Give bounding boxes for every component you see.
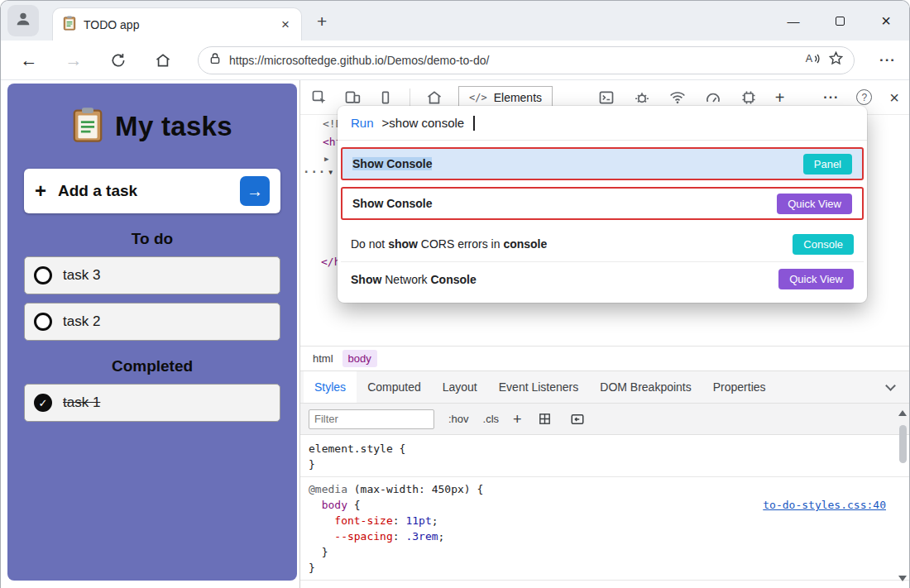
tab-dom-breakpoints[interactable]: DOM Breakpoints <box>589 371 702 403</box>
new-tab-button[interactable]: + <box>317 12 327 30</box>
scroll-down-icon[interactable] <box>898 576 907 581</box>
tab-strip: TODO app × + — × <box>1 1 909 41</box>
tab-properties[interactable]: Properties <box>702 371 777 403</box>
radio-icon[interactable] <box>34 266 52 284</box>
inspect-element-icon[interactable] <box>310 88 328 107</box>
read-aloud-icon[interactable]: A <box>804 50 821 70</box>
css-code-line: } <box>309 457 909 472</box>
css-token: { <box>471 483 484 495</box>
palette-result-badge[interactable]: Quick View <box>777 194 852 214</box>
palette-result-row[interactable]: Show Network ConsoleQuick View <box>341 261 864 296</box>
palette-result-badge[interactable]: Quick View <box>778 269 854 289</box>
overflow-dots-icon[interactable]: ··· <box>303 166 326 178</box>
tab-layout[interactable]: Layout <box>432 371 488 403</box>
computed-sidebar-toggle-icon[interactable] <box>568 410 587 428</box>
palette-result-badge[interactable]: Console <box>793 234 854 255</box>
refresh-button[interactable] <box>108 50 128 70</box>
forward-button[interactable]: → <box>64 50 84 70</box>
device-emulation-icon[interactable] <box>343 88 362 107</box>
section-label: To do <box>7 230 297 248</box>
debugger-bug-icon[interactable] <box>633 88 651 107</box>
tab-overflow-button[interactable] <box>887 371 894 403</box>
expand-down-icon[interactable]: ▼ <box>328 169 333 176</box>
new-style-rule-button[interactable]: + <box>513 412 522 427</box>
palette-result-row[interactable]: Do not show CORS errors in consoleConsol… <box>341 227 864 261</box>
run-label: Run <box>351 116 374 130</box>
css-code-segments: } <box>309 560 315 576</box>
performance-gauge-icon[interactable] <box>704 88 722 107</box>
network-wifi-icon[interactable] <box>668 88 687 107</box>
help-icon[interactable]: ? <box>856 89 872 105</box>
css-token: font-size <box>309 514 393 527</box>
css-source-link[interactable]: to-do-styles.css:40 <box>763 497 886 513</box>
window-close-button[interactable]: × <box>863 1 909 41</box>
breadcrumb-item-body[interactable]: body <box>342 350 377 367</box>
css-token: ; <box>432 514 438 527</box>
add-task-form[interactable]: + Add a task → <box>24 169 280 213</box>
palette-result-text: Show Network Console <box>351 273 477 286</box>
welcome-tab-home-icon[interactable] <box>425 88 443 107</box>
tab-styles[interactable]: Styles <box>304 371 357 403</box>
todo-heading: My tasks <box>7 107 297 146</box>
grid-overlay-icon[interactable] <box>536 410 554 428</box>
palette-result-row[interactable]: Show ConsolePanel <box>341 147 864 180</box>
browser-tab[interactable]: TODO app × <box>52 7 302 41</box>
tab-event-listeners[interactable]: Event Listeners <box>488 371 590 403</box>
styles-scrollbar[interactable] <box>898 410 908 581</box>
scroll-up-icon[interactable] <box>898 410 907 416</box>
command-query-text[interactable]: >show console <box>382 116 465 130</box>
css-token: : <box>393 530 406 543</box>
devtools-close-button[interactable]: × <box>889 89 899 106</box>
expand-arrow-icon[interactable]: ▶ <box>324 155 328 163</box>
css-token: element.style <box>309 442 393 455</box>
minimize-button[interactable]: — <box>770 1 817 41</box>
profile-icon <box>14 10 32 31</box>
tab-computed[interactable]: Computed <box>357 371 432 403</box>
add-task-submit-button[interactable]: → <box>240 176 270 206</box>
command-palette: Run >show console Show ConsolePanelShow … <box>338 106 867 303</box>
memory-chip-icon[interactable] <box>740 88 758 107</box>
command-input-row[interactable]: Run >show console <box>338 106 867 141</box>
rule-divider <box>300 476 909 477</box>
maximize-button[interactable] <box>817 1 863 41</box>
profile-button[interactable] <box>7 5 39 36</box>
back-button[interactable]: ← <box>19 50 39 70</box>
palette-result-badge[interactable]: Panel <box>803 154 852 174</box>
devtools-more-menu-button[interactable]: ··· <box>823 90 839 105</box>
chevron-down-icon <box>885 380 896 391</box>
tab-close-icon[interactable]: × <box>280 17 291 31</box>
task-item[interactable]: task 2 <box>24 303 280 341</box>
svg-text:A: A <box>806 53 813 65</box>
styles-rules: element.style {}@media (max-width: 450px… <box>300 435 909 588</box>
url-text[interactable]: https://microsoftedge.github.io/Demos/de… <box>229 54 797 67</box>
styles-pane: :hov .cls + element.style {}@media (max-… <box>300 404 909 588</box>
breadcrumb-item-html[interactable]: html <box>307 350 339 367</box>
css-code-line: element.style { <box>309 441 909 457</box>
result-text-segment: show <box>388 237 418 251</box>
focus-panel-icon[interactable] <box>376 88 395 107</box>
favorites-star-icon[interactable] <box>828 50 844 69</box>
task-item[interactable]: task 3 <box>24 256 280 294</box>
node-overflow-marker[interactable]: ··· ▼ <box>303 166 333 178</box>
task-item[interactable]: ✓task 1 <box>24 384 280 422</box>
address-bar[interactable]: https://microsoftedge.github.io/Demos/de… <box>198 46 855 74</box>
home-button[interactable] <box>153 50 173 70</box>
checked-radio-icon[interactable]: ✓ <box>34 394 52 412</box>
browser-settings-menu-button[interactable]: ··· <box>879 52 896 69</box>
palette-result-row[interactable]: Show ConsoleQuick View <box>341 187 864 220</box>
pseudo-state-toggle[interactable]: :hov <box>448 413 469 425</box>
scrollbar-thumb[interactable] <box>899 425 907 463</box>
styles-filter-input[interactable] <box>309 409 434 429</box>
css-token: 11pt <box>405 514 431 527</box>
radio-icon[interactable] <box>34 313 52 331</box>
result-text-segment: Console <box>430 273 476 286</box>
class-toggle[interactable]: .cls <box>483 413 500 425</box>
add-task-label[interactable]: Add a task <box>58 182 137 200</box>
console-panel-icon[interactable] <box>597 88 615 107</box>
add-panel-button[interactable]: + <box>775 89 785 106</box>
lock-icon[interactable] <box>208 52 222 69</box>
result-text-segment: Show <box>351 273 381 286</box>
task-label: task 3 <box>63 267 100 284</box>
tab-title: TODO app <box>84 18 272 31</box>
css-code-segments: } <box>309 457 315 472</box>
